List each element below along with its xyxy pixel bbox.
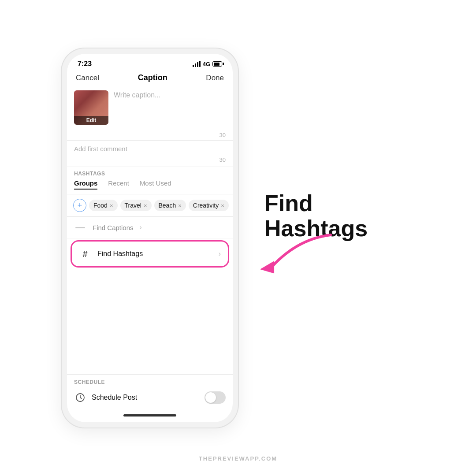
- scene: 7:23 4G Cancel Caption: [0, 0, 476, 476]
- find-hashtags-item[interactable]: # Find Hashtags ›: [71, 240, 229, 268]
- home-indicator: [67, 408, 233, 422]
- thumbnail[interactable]: Edit: [74, 90, 108, 125]
- status-bar: 7:23 4G: [67, 54, 233, 71]
- hashtags-section-label: HASHTAGS: [67, 167, 233, 178]
- tab-recent[interactable]: Recent: [108, 179, 129, 190]
- add-group-button[interactable]: +: [73, 199, 86, 212]
- find-captions-item[interactable]: Find Captions ›: [67, 217, 233, 238]
- done-button[interactable]: Done: [206, 74, 224, 82]
- hashtag-groups-row: + Food × Travel × Beach × Creativity: [67, 194, 233, 216]
- phone-shell: 7:23 4G Cancel Caption: [62, 48, 238, 428]
- find-hashtags-label: Find Hashtags: [97, 250, 212, 258]
- group-tag-beach-label: Beach: [159, 202, 176, 209]
- clock-icon: [74, 391, 86, 404]
- schedule-section-label: SCHEDULE: [67, 375, 233, 387]
- toggle-knob: [205, 392, 216, 403]
- signal-icon: [193, 61, 201, 67]
- tab-groups[interactable]: Groups: [74, 179, 97, 190]
- schedule-post-label: Schedule Post: [92, 394, 199, 402]
- right-side: Find Hashtags: [238, 191, 476, 285]
- hashtag-tabs: Groups Recent Most Used: [67, 178, 233, 194]
- group-tag-creativity[interactable]: Creativity ×: [189, 200, 229, 211]
- find-captions-label: Find Captions: [93, 224, 134, 231]
- find-captions-icon: [74, 221, 86, 234]
- arrow-graphic: [251, 231, 339, 294]
- status-icons: 4G: [193, 61, 222, 67]
- status-time: 7:23: [78, 60, 92, 68]
- phone-screen: 7:23 4G Cancel Caption: [67, 54, 233, 422]
- schedule-row: Schedule Post: [67, 387, 233, 408]
- remove-travel-icon[interactable]: ×: [144, 202, 147, 209]
- home-bar: [123, 414, 176, 416]
- caption-input[interactable]: Write caption...: [114, 90, 226, 99]
- callout-line1: Find: [264, 191, 368, 216]
- schedule-toggle[interactable]: [205, 391, 226, 404]
- network-label: 4G: [203, 61, 210, 67]
- group-tag-creativity-label: Creativity: [193, 202, 219, 209]
- caption-char-count: 30: [67, 130, 233, 140]
- comment-char-count: 30: [67, 156, 233, 167]
- group-tag-food-label: Food: [93, 202, 108, 209]
- nav-bar: Cancel Caption Done: [67, 71, 233, 87]
- group-tag-travel[interactable]: Travel ×: [120, 200, 152, 211]
- tab-most-used[interactable]: Most Used: [140, 179, 171, 190]
- edit-label[interactable]: Edit: [74, 116, 108, 125]
- footer-text: THEPREVIEWAPP.COM: [199, 455, 277, 462]
- group-tag-food[interactable]: Food ×: [89, 200, 118, 211]
- hashtag-icon: #: [79, 248, 91, 260]
- group-tag-beach[interactable]: Beach ×: [154, 200, 186, 211]
- menu-section: Find Captions › # Find Hashtags ›: [67, 217, 233, 374]
- remove-food-icon[interactable]: ×: [110, 202, 113, 209]
- svg-marker-1: [259, 261, 276, 276]
- cancel-button[interactable]: Cancel: [76, 74, 99, 82]
- first-comment-placeholder: Add first comment: [74, 145, 127, 152]
- battery-fill: [214, 63, 220, 66]
- schedule-section: SCHEDULE Schedule Post: [67, 374, 233, 408]
- nav-title: Caption: [138, 73, 167, 82]
- find-captions-chevron-icon: ›: [140, 223, 142, 231]
- hashtags-section: HASHTAGS Groups Recent Most Used + Food …: [67, 167, 233, 216]
- battery-icon: [212, 61, 222, 67]
- first-comment-area[interactable]: Add first comment: [67, 141, 233, 156]
- find-hashtags-chevron-icon: ›: [219, 250, 221, 258]
- remove-creativity-icon[interactable]: ×: [221, 202, 224, 209]
- remove-beach-icon[interactable]: ×: [178, 202, 182, 209]
- group-tag-travel-label: Travel: [125, 202, 141, 209]
- caption-placeholder: Write caption...: [114, 91, 160, 99]
- caption-area: Edit Write caption...: [67, 87, 233, 130]
